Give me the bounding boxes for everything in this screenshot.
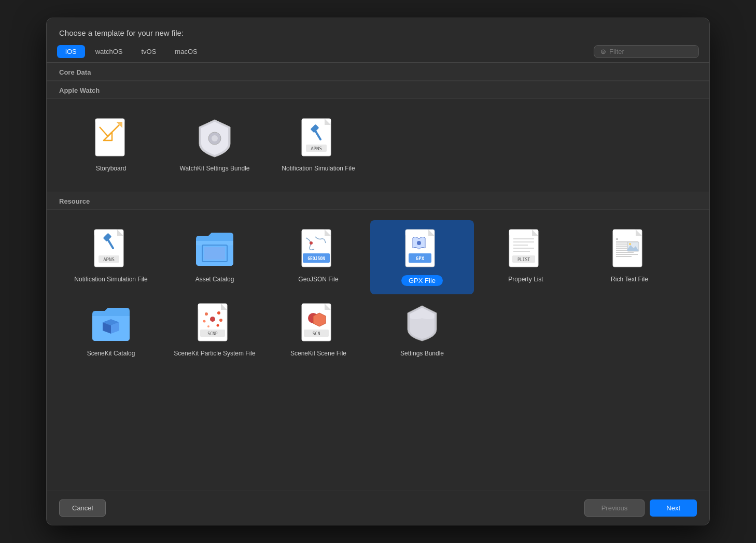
- scenekit-scene-icon: SCN: [298, 303, 339, 344]
- svg-point-65: [217, 324, 219, 326]
- settings-bundle-label: Settings Bundle: [400, 349, 444, 358]
- storyboard-icon: [90, 118, 132, 159]
- svg-point-29: [417, 241, 421, 245]
- svg-rect-56: [198, 304, 221, 310]
- item-asset-catalog[interactable]: Asset Catalog: [163, 220, 267, 294]
- item-settings-bundle[interactable]: Settings Bundle: [370, 294, 474, 366]
- item-watchkit-settings[interactable]: WatchKit Settings Bundle: [163, 109, 267, 181]
- item-notification-sim-apns[interactable]: APNS Notification Simulation File: [267, 109, 370, 181]
- scenekit-particle-icon: SCNP: [194, 303, 235, 344]
- svg-point-24: [310, 241, 313, 245]
- storyboard-label: Storyboard: [96, 164, 127, 173]
- svg-marker-72: [313, 313, 326, 326]
- geojson-icon: GEOJSON: [298, 228, 339, 270]
- scenekit-catalog-icon: [90, 303, 132, 344]
- notification-sim-apns-label: Notification Simulation File: [282, 164, 355, 173]
- svg-text:SCNP: SCNP: [207, 332, 217, 336]
- item-geojson[interactable]: GEOJSON GeoJSON File: [267, 220, 370, 294]
- scenekit-catalog-label: SceneKit Catalog: [87, 349, 135, 358]
- dialog-title: Choose a template for your new file:: [59, 28, 184, 37]
- gpx-icon: GPX: [401, 228, 443, 270]
- notification-apns-icon: APNS: [298, 118, 339, 159]
- item-scenekit-particle[interactable]: SCNP SceneKit Particle System File: [163, 294, 267, 366]
- svg-text:PLIST: PLIST: [517, 258, 530, 262]
- tab-macos[interactable]: macOS: [166, 45, 205, 58]
- svg-rect-67: [302, 304, 325, 310]
- watchkit-label: WatchKit Settings Bundle: [180, 164, 250, 173]
- tab-bar: iOS watchOS tvOS macOS ⊜: [47, 45, 709, 63]
- notification-sim-resource-label: Notification Simulation File: [74, 275, 147, 284]
- svg-point-62: [203, 320, 206, 322]
- item-scenekit-catalog[interactable]: SceneKit Catalog: [59, 294, 163, 366]
- filter-icon: ⊜: [600, 48, 606, 55]
- section-resource: Resource: [47, 192, 709, 210]
- plist-icon: PLIST: [505, 228, 547, 270]
- filter-input[interactable]: [609, 48, 692, 55]
- watchkit-icon: [194, 118, 235, 159]
- tab-tvos[interactable]: tvOS: [133, 45, 164, 58]
- filter-area: ⊜: [594, 45, 699, 58]
- svg-rect-21: [302, 230, 325, 236]
- settings-bundle-icon: [401, 303, 443, 344]
- svg-point-4: [212, 135, 218, 141]
- svg-text:SCN: SCN: [313, 332, 320, 336]
- apns-icon: APNS: [90, 228, 132, 270]
- svg-rect-31: [509, 230, 532, 236]
- dialog-header: Choose a template for your new file:: [47, 18, 709, 45]
- asset-catalog-label: Asset Catalog: [195, 275, 234, 284]
- svg-text:APNS: APNS: [103, 257, 115, 262]
- item-rich-text[interactable]: H Rich Text File: [578, 220, 681, 294]
- svg-point-64: [207, 325, 209, 327]
- svg-rect-40: [613, 230, 636, 236]
- rich-text-label: Rich Text File: [611, 275, 648, 284]
- tab-ios[interactable]: iOS: [57, 45, 85, 58]
- svg-point-60: [205, 312, 208, 316]
- next-button[interactable]: Next: [650, 499, 697, 517]
- template-chooser-dialog: Choose a template for your new file: iOS…: [46, 18, 710, 525]
- scenekit-scene-label: SceneKit Scene File: [290, 349, 346, 358]
- svg-rect-13: [94, 230, 117, 236]
- cancel-button[interactable]: Cancel: [59, 499, 106, 517]
- svg-rect-19: [204, 247, 225, 260]
- svg-point-51: [629, 243, 631, 245]
- item-notification-sim-resource[interactable]: APNS Notification Simulation File: [59, 220, 163, 294]
- section-apple-watch: Apple Watch: [47, 81, 709, 99]
- rich-text-icon: H: [609, 228, 650, 270]
- previous-button[interactable]: Previous: [584, 499, 645, 517]
- svg-text:H: H: [616, 238, 618, 240]
- svg-rect-26: [405, 230, 428, 236]
- apple-watch-grid: Storyboard WatchKit Settings Bundle: [47, 99, 709, 192]
- content-area[interactable]: Core Data Apple Watch Storyboard: [47, 63, 709, 491]
- svg-point-59: [210, 317, 215, 322]
- item-scenekit-scene[interactable]: SCN SceneKit Scene File: [267, 294, 370, 366]
- item-gpx[interactable]: GPX GPX File: [370, 220, 474, 294]
- tab-watchos[interactable]: watchOS: [87, 45, 131, 58]
- svg-text:GEOJSON: GEOJSON: [307, 256, 325, 261]
- item-property-list[interactable]: PLIST Property List: [474, 220, 578, 294]
- resource-grid: APNS Notification Simulation File: [47, 210, 709, 377]
- svg-point-61: [217, 311, 220, 315]
- geojson-label: GeoJSON File: [298, 275, 338, 284]
- svg-point-63: [219, 319, 222, 322]
- section-core-data: Core Data: [47, 63, 709, 81]
- footer-actions: Previous Next: [584, 499, 697, 517]
- item-storyboard[interactable]: Storyboard: [59, 109, 163, 181]
- asset-catalog-icon: [194, 228, 235, 270]
- property-list-label: Property List: [508, 275, 543, 284]
- svg-rect-7: [302, 119, 325, 123]
- gpx-label: GPX File: [401, 275, 443, 286]
- scenekit-particle-label: SceneKit Particle System File: [174, 349, 255, 358]
- svg-text:APNS: APNS: [311, 146, 322, 151]
- svg-text:GPX: GPX: [416, 256, 425, 261]
- dialog-footer: Cancel Previous Next: [47, 491, 709, 525]
